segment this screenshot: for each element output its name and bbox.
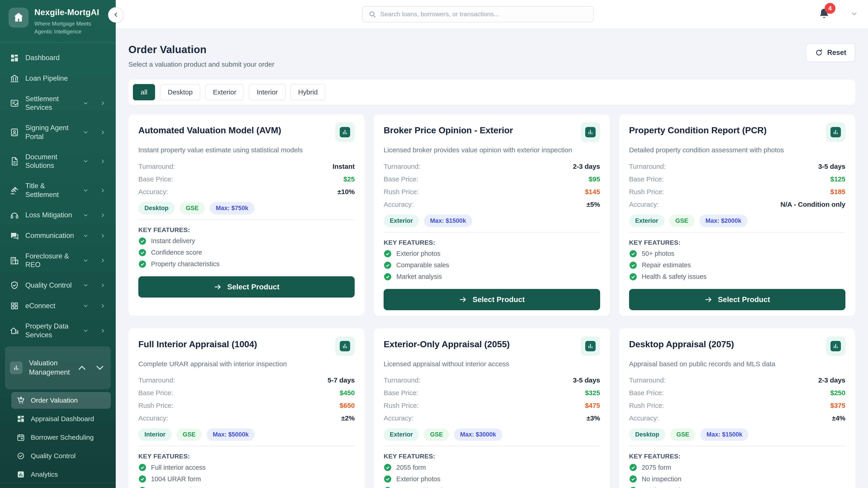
feature-item: Confidence score: [138, 249, 355, 257]
chevron-right-icon[interactable]: [100, 188, 106, 193]
notification-badge: 4: [825, 3, 835, 14]
sidebar-item-loss-mitigation[interactable]: Loss Mitigation: [5, 206, 111, 225]
spec-row: Accuracy:±5%: [383, 200, 600, 209]
spec-row: Turnaround:2-3 days: [383, 162, 600, 171]
sidebar-subitem-quality-control[interactable]: Quality Control: [11, 448, 111, 464]
check-circle-icon: [629, 273, 637, 281]
tag-badge: Desktop: [629, 428, 665, 441]
tag-badge: Max: $2000k: [700, 215, 747, 227]
user-menu-button[interactable]: [850, 10, 858, 19]
sidebar-item-communication[interactable]: Communication: [5, 227, 111, 245]
spec-row: Accuracy:N/A - Condition only: [629, 200, 845, 209]
chevron-down-icon[interactable]: [83, 303, 89, 309]
sidebar-item-foreclosure-reo[interactable]: Foreclosure & REO: [5, 247, 111, 274]
chevron-right-icon[interactable]: [100, 258, 106, 263]
chevron-right-icon[interactable]: [100, 233, 106, 239]
sidebar-nav: Dashboard Loan Pipeline Settlement Servi…: [0, 43, 116, 483]
sidebar-subitem-analytics[interactable]: Analytics: [11, 466, 111, 483]
sidebar-item-property-data-services[interactable]: Property Data Services: [5, 317, 111, 344]
chevron-down-icon[interactable]: [83, 213, 89, 218]
global-search[interactable]: [362, 6, 594, 22]
chevron-right-icon[interactable]: [100, 158, 106, 164]
chevron-down-icon[interactable]: [83, 283, 89, 288]
sidebar-item-loan-pipeline[interactable]: Loan Pipeline: [5, 69, 111, 88]
chevron-down-icon[interactable]: [94, 351, 106, 385]
chevron-right-icon[interactable]: [100, 129, 106, 135]
reset-button[interactable]: Reset: [806, 43, 855, 62]
filter-tab-desktop[interactable]: Desktop: [160, 84, 200, 100]
feature-item: Instant delivery: [138, 237, 355, 245]
tag-badge: Max: $5000k: [207, 428, 255, 441]
grid-icon: [10, 301, 19, 311]
shield-check-icon: [10, 281, 19, 290]
list-check-icon: [10, 99, 19, 108]
check-circle-icon: [383, 475, 392, 483]
sidebar-item-settlement-services[interactable]: Settlement Services: [5, 90, 111, 117]
check-circle-icon: [383, 486, 392, 488]
feature-item: Public records: [629, 486, 845, 488]
chevron-down-icon[interactable]: [83, 158, 89, 164]
filter-tab-all[interactable]: all: [133, 84, 155, 100]
sidebar-subitem-order-valuation[interactable]: Order Valuation: [11, 392, 111, 409]
sidebar: Nexgile-MortgAI Where Mortgage Meets Age…: [0, 0, 116, 488]
sidebar-group-valuation-management[interactable]: Valuation Management: [5, 346, 111, 389]
chevron-down-icon[interactable]: [83, 188, 89, 193]
spec-row: Turnaround:5-7 days: [138, 376, 355, 385]
tag-badge: GSE: [177, 428, 202, 441]
sidebar-collapse-button[interactable]: [108, 7, 123, 23]
feature-item: Property characteristics: [138, 260, 355, 268]
analytics-icon: [17, 470, 25, 479]
tag-badge: Exterior: [383, 215, 419, 227]
chevron-down-icon[interactable]: [83, 233, 89, 239]
badge-check-icon: [17, 452, 25, 460]
document-icon: [10, 157, 19, 166]
chevron-down-icon[interactable]: [83, 129, 89, 135]
sidebar-subitem-borrower-scheduling[interactable]: Borrower Scheduling: [11, 429, 111, 446]
select-product-button[interactable]: Select Product: [383, 289, 600, 310]
select-product-button[interactable]: Select Product: [629, 289, 845, 310]
bank-icon: [10, 74, 19, 83]
check-circle-icon: [629, 261, 637, 269]
search-input[interactable]: [380, 11, 587, 18]
chevron-right-icon[interactable]: [100, 213, 106, 218]
sidebar-item-econnect[interactable]: eConnect: [5, 297, 111, 315]
spec-value: N/A - Condition only: [780, 200, 845, 209]
chevron-right-icon[interactable]: [100, 328, 106, 334]
house-data-icon: [10, 326, 19, 335]
check-circle-icon: [138, 463, 147, 471]
spec-value: Instant: [333, 162, 355, 171]
spec-value: 5-7 days: [328, 376, 355, 385]
sidebar-item-title-settlement[interactable]: Title & Settlement: [5, 177, 111, 204]
chevron-right-icon[interactable]: [100, 100, 106, 106]
feature-item: Full interior access: [138, 463, 355, 471]
filter-tab-hybrid[interactable]: Hybrid: [290, 84, 326, 100]
spec-value: 3-5 days: [818, 162, 845, 171]
filter-tab-interior[interactable]: Interior: [249, 84, 285, 100]
filter-tab-exterior[interactable]: Exterior: [205, 84, 244, 100]
spec-row: Base Price:$325: [383, 388, 600, 397]
tag-badge: Exterior: [383, 428, 419, 441]
chevron-down-icon[interactable]: [83, 328, 89, 334]
sidebar-item-dashboard[interactable]: Dashboard: [5, 49, 111, 67]
select-product-button[interactable]: Select Product: [138, 276, 355, 297]
page-header: Order Valuation Select a valuation produ…: [128, 43, 855, 68]
check-circle-icon: [138, 237, 147, 245]
spec-row: Turnaround:3-5 days: [629, 162, 845, 171]
sidebar-subitem-appraisal-dashboard[interactable]: Appraisal Dashboard: [11, 411, 111, 427]
chat-icon: [10, 231, 19, 240]
sidebar-item-quality-control[interactable]: Quality Control: [5, 276, 111, 295]
notifications-button[interactable]: 4: [818, 7, 831, 21]
sidebar-item-document-solutions[interactable]: Document Solutions: [5, 148, 111, 175]
chevron-right-icon[interactable]: [100, 303, 106, 309]
product-card-bpo-exterior: Broker Price Opinion - Exterior Licensed…: [374, 114, 610, 316]
sidebar-item-signing-agent-portal[interactable]: Signing Agent Portal: [5, 119, 111, 146]
chevron-right-icon[interactable]: [100, 283, 106, 288]
chevron-down-icon[interactable]: [83, 258, 89, 263]
page-subtitle: Select a valuation product and submit yo…: [128, 61, 274, 68]
product-description: Licensed broker provides value opinion w…: [383, 145, 600, 155]
product-card-full-interior-1004: Full Interior Appraisal (1004) Complete …: [128, 328, 365, 488]
dashboard-icon: [17, 415, 25, 423]
chevron-up-icon[interactable]: [76, 351, 88, 385]
chevron-down-icon[interactable]: [83, 100, 89, 106]
product-title: Property Condition Report (PCR): [629, 123, 771, 136]
